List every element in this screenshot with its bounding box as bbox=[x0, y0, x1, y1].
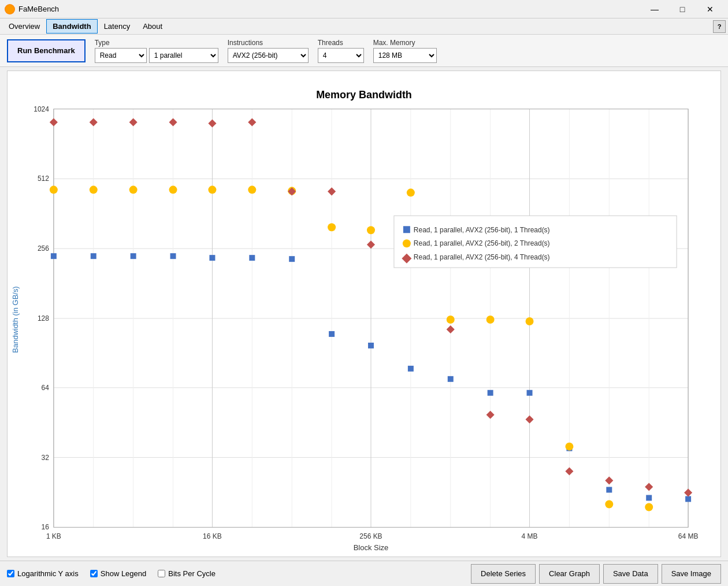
data-point-4t bbox=[486, 411, 495, 419]
action-buttons: Delete Series Clear Graph Save Data Save… bbox=[471, 564, 721, 584]
data-point-4t bbox=[328, 187, 336, 195]
chart-svg: Memory Bandwidth Bandwidth (in GB/s) 102… bbox=[8, 71, 720, 557]
data-point-1t bbox=[51, 253, 57, 259]
data-point-4t bbox=[169, 118, 177, 126]
data-point-2t bbox=[248, 186, 256, 194]
data-point-4t bbox=[90, 118, 98, 126]
data-point-4t bbox=[208, 119, 216, 127]
instructions-select[interactable]: SSE2 (128-bit) AVX (256-bit) AVX2 (256-b… bbox=[228, 48, 309, 63]
data-point-1t bbox=[606, 487, 612, 493]
chart-title: Memory Bandwidth bbox=[316, 89, 412, 101]
svg-text:64: 64 bbox=[42, 384, 50, 392]
svg-text:16 KB: 16 KB bbox=[203, 532, 222, 540]
main-content: Memory Bandwidth Bandwidth (in GB/s) 102… bbox=[0, 67, 728, 561]
data-point-1t bbox=[488, 390, 493, 396]
svg-text:Block Size: Block Size bbox=[354, 543, 389, 552]
data-point-4t bbox=[129, 118, 138, 126]
menu-item-latency[interactable]: Latency bbox=[98, 19, 137, 34]
svg-text:Read, 1 parallel, AVX2 (256-bi: Read, 1 parallel, AVX2 (256-bit), 2 Thre… bbox=[414, 239, 550, 247]
close-button[interactable]: ✕ bbox=[697, 0, 723, 18]
log-y-checkbox[interactable] bbox=[7, 570, 14, 577]
toolbar: Run Benchmark Type Read Write Read+Write… bbox=[0, 35, 728, 67]
svg-text:128: 128 bbox=[38, 314, 49, 322]
parallel-select[interactable]: 1 parallel 2 parallel 4 parallel bbox=[149, 48, 218, 63]
save-data-button[interactable]: Save Data bbox=[603, 564, 658, 584]
menu-item-bandwidth[interactable]: Bandwidth bbox=[46, 19, 97, 34]
menu-bar: Overview Bandwidth Latency About ? bbox=[0, 18, 728, 35]
svg-text:Read, 1 parallel, AVX2 (256-bi: Read, 1 parallel, AVX2 (256-bit), 1 Thre… bbox=[414, 226, 550, 234]
data-point-1t bbox=[408, 366, 414, 372]
bits-per-cycle-checkbox[interactable] bbox=[158, 570, 165, 577]
max-memory-select[interactable]: 16 MB 32 MB 64 MB 128 MB 256 MB bbox=[373, 48, 437, 63]
data-point-1t bbox=[368, 343, 374, 348]
svg-text:64 MB: 64 MB bbox=[678, 532, 699, 540]
svg-text:Read, 1 parallel, AVX2 (256-bi: Read, 1 parallel, AVX2 (256-bit), 4 Thre… bbox=[414, 253, 550, 261]
y-axis-label: Bandwidth (in GB/s) bbox=[11, 286, 20, 353]
maximize-button[interactable]: □ bbox=[669, 0, 696, 18]
data-point-4t bbox=[684, 488, 692, 496]
menu-item-about[interactable]: About bbox=[136, 19, 169, 34]
max-memory-label: Max. Memory bbox=[373, 39, 437, 47]
data-point-2t bbox=[565, 443, 573, 451]
data-point-2t bbox=[169, 186, 177, 194]
svg-text:256: 256 bbox=[38, 244, 49, 253]
data-point-2t bbox=[526, 317, 534, 325]
svg-text:16: 16 bbox=[42, 523, 50, 531]
data-point-2t bbox=[90, 186, 98, 194]
svg-text:4 MB: 4 MB bbox=[522, 532, 538, 540]
data-point-2t bbox=[645, 503, 653, 511]
show-legend-label[interactable]: Show Legend bbox=[90, 569, 147, 578]
data-point-1t bbox=[91, 253, 96, 259]
data-point-1t bbox=[131, 253, 136, 259]
run-benchmark-button[interactable]: Run Benchmark bbox=[7, 39, 86, 62]
data-point-2t bbox=[50, 186, 58, 194]
data-point-1t bbox=[685, 496, 691, 502]
bits-per-cycle-label[interactable]: Bits Per Cycle bbox=[158, 569, 216, 578]
data-point-4t bbox=[447, 325, 455, 333]
svg-text:512: 512 bbox=[38, 175, 49, 183]
svg-rect-39 bbox=[403, 226, 410, 233]
data-point-1t bbox=[289, 256, 295, 262]
bottom-bar: Logarithmic Y axis Show Legend Bits Per … bbox=[0, 561, 728, 586]
app-title: FaMeBench bbox=[18, 5, 641, 13]
show-legend-checkbox[interactable] bbox=[90, 570, 98, 577]
help-button[interactable]: ? bbox=[713, 20, 726, 33]
data-point-1t bbox=[646, 495, 652, 500]
data-point-2t bbox=[129, 186, 138, 194]
data-point-2t bbox=[328, 223, 336, 231]
log-y-label[interactable]: Logarithmic Y axis bbox=[7, 569, 79, 578]
data-point-4t bbox=[248, 118, 256, 126]
save-image-button[interactable]: Save Image bbox=[662, 564, 721, 584]
svg-text:32: 32 bbox=[42, 454, 50, 462]
data-point-4t bbox=[525, 416, 533, 424]
title-bar: FaMeBench — □ ✕ bbox=[0, 0, 728, 18]
svg-point-41 bbox=[403, 239, 411, 247]
max-memory-group: Max. Memory 16 MB 32 MB 64 MB 128 MB 256… bbox=[373, 39, 437, 63]
data-point-2t bbox=[208, 186, 216, 194]
type-select[interactable]: Read Write Read+Write bbox=[95, 48, 147, 63]
data-point-1t bbox=[329, 331, 335, 337]
data-point-2t bbox=[367, 226, 375, 234]
type-group: Type Read Write Read+Write 1 parallel 2 … bbox=[95, 39, 218, 63]
svg-text:1 KB: 1 KB bbox=[46, 532, 61, 540]
type-label: Type bbox=[95, 39, 218, 47]
menu-item-overview[interactable]: Overview bbox=[2, 19, 46, 34]
data-point-4t bbox=[565, 467, 573, 475]
threads-select[interactable]: 1 2 4 8 16 bbox=[318, 48, 364, 63]
data-point-2t bbox=[447, 316, 455, 324]
window-controls: — □ ✕ bbox=[641, 0, 723, 18]
data-point-1t bbox=[448, 376, 454, 382]
data-point-4t bbox=[645, 483, 653, 491]
data-point-1t bbox=[249, 255, 255, 261]
app-icon bbox=[5, 4, 15, 14]
data-point-1t bbox=[170, 253, 176, 259]
instructions-label: Instructions bbox=[228, 39, 309, 47]
svg-text:256 KB: 256 KB bbox=[359, 532, 382, 540]
instructions-group: Instructions SSE2 (128-bit) AVX (256-bit… bbox=[228, 39, 309, 63]
data-point-4t bbox=[50, 118, 58, 126]
minimize-button[interactable]: — bbox=[641, 0, 668, 18]
data-point-2t bbox=[605, 500, 613, 508]
delete-series-button[interactable]: Delete Series bbox=[471, 564, 536, 584]
clear-graph-button[interactable]: Clear Graph bbox=[539, 564, 600, 584]
data-point-4t bbox=[605, 476, 613, 484]
